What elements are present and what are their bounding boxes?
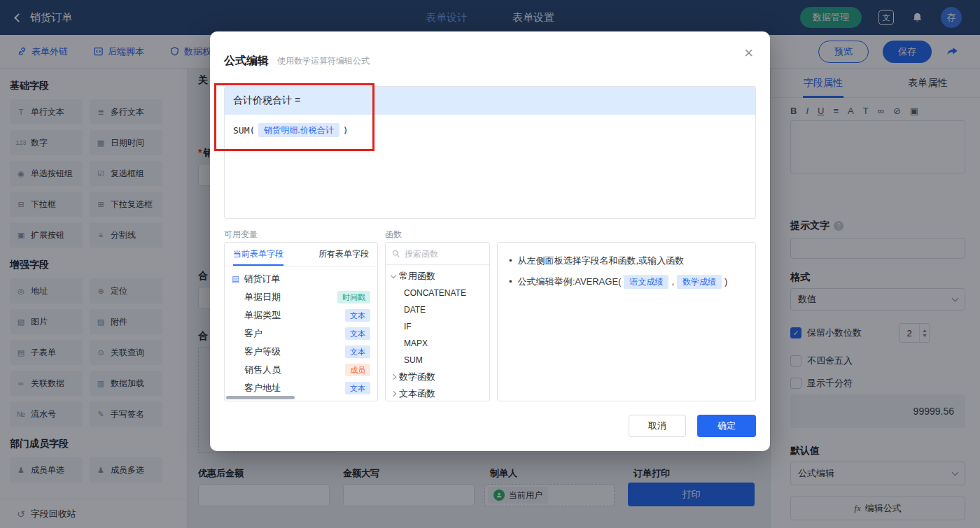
- variables-tree: ▤ 销货订单 单据日期时间戳 单据类型文本 客户文本 客户等级文本 销售人员成员…: [225, 266, 377, 397]
- function-item-mapx[interactable]: MAPX: [386, 335, 489, 352]
- chevron-right-icon: [391, 391, 396, 397]
- confirm-button[interactable]: 确定: [697, 415, 756, 437]
- field-type-badge: 时间戳: [337, 291, 370, 304]
- tree-root-form[interactable]: ▤ 销货订单: [225, 270, 377, 288]
- chevron-down-icon: [391, 272, 396, 278]
- variables-panel-label: 可用变量: [224, 229, 258, 241]
- formula-function-text: SUM(: [233, 125, 255, 136]
- functions-panel-label: 函数: [385, 229, 402, 241]
- example-field-tag: 语文成绩: [624, 275, 668, 289]
- function-item-concatenate[interactable]: CONCATENATE: [386, 285, 489, 301]
- field-type-badge: 文本: [345, 309, 370, 322]
- example-field-tag: 数学成绩: [677, 275, 722, 289]
- help-line-2: 公式编辑举例:AVERAGE( 语文成绩 , 数学成绩 ): [509, 273, 744, 290]
- variable-item[interactable]: 客户文本: [225, 324, 377, 343]
- modal-footer: 取消 确定: [629, 415, 756, 437]
- field-type-badge: 文本: [345, 327, 370, 340]
- formula-expression-line: SUM( 销货明细.价税合计 ): [225, 115, 755, 145]
- field-type-badge: 成员: [345, 364, 370, 376]
- variable-item[interactable]: 单据类型文本: [225, 306, 377, 324]
- formula-target-text: 合计价税合计 =: [233, 94, 300, 107]
- modal-title: 公式编辑: [224, 54, 269, 69]
- tree-root-label: 销货订单: [244, 273, 280, 285]
- variable-item[interactable]: 客户等级文本: [225, 343, 377, 361]
- formula-editor[interactable]: 合计价税合计 = SUM( 销货明细.价税合计 ): [224, 86, 756, 219]
- formula-close-paren: ): [343, 125, 349, 136]
- formula-field-tag[interactable]: 销货明细.价税合计: [258, 123, 339, 137]
- formula-edit-modal: 公式编辑 使用数学运算符编辑公式 × 合计价税合计 = SUM( 销货明细.价税…: [210, 31, 770, 451]
- tab-all-form-fields[interactable]: 所有表单字段: [318, 243, 369, 266]
- help-line-1: 从左侧面板选择字段名和函数,或输入函数: [509, 252, 744, 269]
- function-search[interactable]: [386, 243, 489, 265]
- formula-target-line: 合计价税合计 =: [225, 87, 755, 115]
- cancel-button[interactable]: 取消: [629, 415, 686, 437]
- function-group-text[interactable]: 文本函数: [386, 385, 489, 401]
- chevron-right-icon: [391, 374, 396, 380]
- function-group-math[interactable]: 数学函数: [386, 369, 489, 385]
- variable-item[interactable]: 单据日期时间戳: [225, 288, 377, 306]
- function-item-sum[interactable]: SUM: [386, 352, 489, 369]
- variables-tabs: 当前表单字段 所有表单字段: [225, 243, 377, 266]
- field-type-badge: 文本: [345, 345, 370, 358]
- app-window: 销货订单 表单设计 表单设置 数据管理 文 存 表单外链 后端脚本: [0, 0, 980, 528]
- variable-item[interactable]: 客户地址文本: [225, 379, 377, 397]
- document-icon: ▤: [232, 274, 239, 284]
- variables-panel: 当前表单字段 所有表单字段 ▤ 销货订单 单据日期时间戳 单据类型文本 客户文本…: [224, 242, 378, 401]
- field-type-badge: 文本: [345, 382, 370, 394]
- horizontal-scrollbar[interactable]: [226, 396, 295, 399]
- modal-subtitle: 使用数学运算符编辑公式: [277, 55, 370, 67]
- formula-help-panel: 从左侧面板选择字段名和函数,或输入函数 公式编辑举例:AVERAGE( 语文成绩…: [497, 242, 756, 401]
- functions-panel: 常用函数 CONCATENATE DATE IF MAPX SUM 数学函数 文…: [385, 242, 490, 401]
- function-search-input[interactable]: [405, 249, 475, 259]
- function-item-if[interactable]: IF: [386, 318, 489, 335]
- function-group-common[interactable]: 常用函数: [386, 268, 489, 285]
- function-item-date[interactable]: DATE: [386, 301, 489, 318]
- tab-current-form-fields[interactable]: 当前表单字段: [233, 243, 284, 266]
- close-icon[interactable]: ×: [744, 45, 753, 61]
- functions-tree: 常用函数 CONCATENATE DATE IF MAPX SUM 数学函数 文…: [386, 265, 489, 401]
- modal-header: 公式编辑 使用数学运算符编辑公式 ×: [210, 31, 770, 73]
- variable-item[interactable]: 销售人员成员: [225, 361, 377, 379]
- search-icon: [391, 249, 400, 258]
